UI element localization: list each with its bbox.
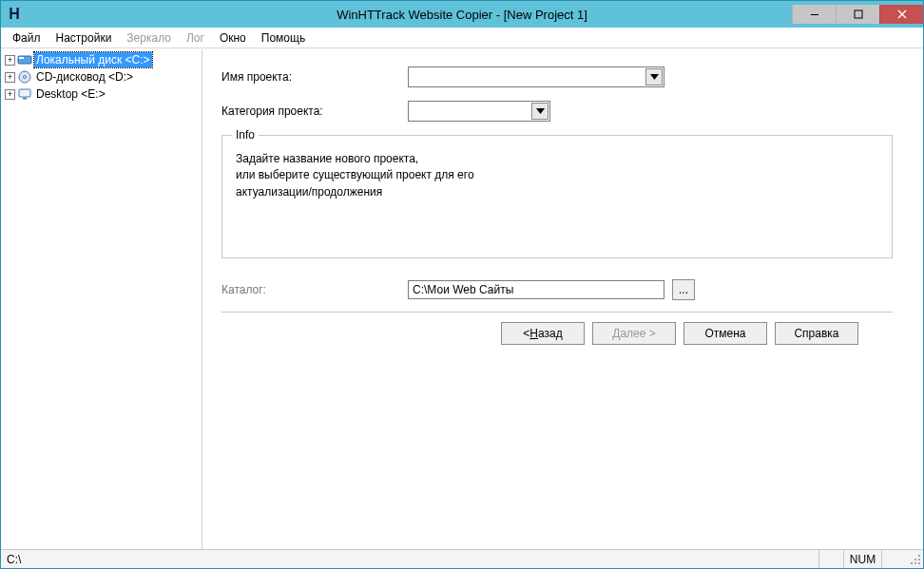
tree-label[interactable]: Локальный диск <C:> <box>34 52 152 67</box>
project-category-row: Категория проекта: <box>221 101 893 122</box>
project-name-row: Имя проекта: <box>221 66 893 87</box>
info-group: Info Задайте название нового проекта, ил… <box>221 135 893 258</box>
back-button[interactable]: < Назад <box>501 322 585 345</box>
tree-node-c[interactable]: + Локальный диск <C:> <box>5 51 198 68</box>
catalog-row: Каталог: ... <box>221 279 893 300</box>
svg-point-11 <box>918 562 920 564</box>
status-cell <box>881 550 906 568</box>
chevron-down-icon[interactable] <box>531 103 549 120</box>
expand-icon[interactable]: + <box>5 72 15 83</box>
menu-file[interactable]: Файл <box>5 29 48 47</box>
app-window: H WinHTTrack Website Copier - [New Proje… <box>0 0 924 569</box>
button-text: азад <box>538 327 563 340</box>
svg-point-10 <box>914 559 916 560</box>
button-text: < <box>523 327 529 340</box>
svg-point-12 <box>914 562 916 564</box>
app-icon: H <box>1 6 28 23</box>
help-button[interactable]: Справка <box>775 322 858 345</box>
wizard-panel: Имя проекта: Категория проекта: <box>202 49 923 549</box>
cd-icon <box>17 69 32 85</box>
project-name-label: Имя проекта: <box>221 70 408 84</box>
info-line: Задайте название нового проекта, <box>236 151 878 167</box>
status-num: NUM <box>843 550 881 568</box>
svg-point-8 <box>918 555 920 557</box>
menu-settings[interactable]: Настройки <box>48 29 120 47</box>
svg-point-5 <box>24 76 27 79</box>
menu-mirror: Зеркало <box>119 29 179 47</box>
catalog-input[interactable] <box>408 280 664 299</box>
project-name-combo[interactable] <box>408 66 664 87</box>
spacer <box>202 354 923 549</box>
tree-node-e[interactable]: + Desktop <E:> <box>5 85 198 103</box>
svg-point-13 <box>911 562 913 564</box>
form-area: Имя проекта: Категория проекта: <box>202 49 923 312</box>
cancel-button[interactable]: Отмена <box>683 322 767 345</box>
titlebar: H WinHTTrack Website Copier - [New Proje… <box>1 1 923 28</box>
status-path: C:\ <box>1 553 818 566</box>
resize-grip-icon[interactable] <box>906 552 923 567</box>
close-button[interactable] <box>879 5 923 24</box>
chevron-down-icon[interactable] <box>645 68 663 85</box>
button-accel: Н <box>529 327 538 340</box>
tree-node-d[interactable]: + CD-дисковод <D:> <box>5 68 198 85</box>
window-controls <box>792 5 923 24</box>
menu-window[interactable]: Окно <box>212 29 254 47</box>
expand-icon[interactable]: + <box>5 89 15 100</box>
client-area: + Локальный диск <C:> + CD-дисковод <D:>… <box>1 48 923 549</box>
wizard-buttons: < Назад Далее > Отмена Справка <box>202 313 923 354</box>
project-category-combo[interactable] <box>408 101 550 122</box>
drive-tree[interactable]: + Локальный диск <C:> + CD-дисковод <D:>… <box>1 49 202 549</box>
menu-log: Лог <box>179 29 212 47</box>
info-line: или выберите существующий проект для его <box>236 167 878 183</box>
button-text: алее > <box>620 327 655 340</box>
expand-icon[interactable]: + <box>5 55 15 66</box>
svg-rect-6 <box>19 89 30 97</box>
browse-button[interactable]: ... <box>672 279 695 300</box>
disk-icon <box>17 52 32 67</box>
project-category-label: Категория проекта: <box>221 104 408 118</box>
svg-point-9 <box>918 559 920 560</box>
svg-rect-7 <box>23 98 27 100</box>
info-line: актуализации/продолжения <box>236 184 878 200</box>
menubar: Файл Настройки Зеркало Лог Окно Помощь <box>1 28 923 48</box>
monitor-icon <box>17 86 32 102</box>
window-title: WinHTTrack Website Copier - [New Project… <box>1 8 923 22</box>
button-accel: Д <box>612 327 620 340</box>
menu-help[interactable]: Помощь <box>254 29 313 47</box>
info-legend: Info <box>232 128 259 142</box>
catalog-label: Каталог: <box>221 283 408 296</box>
status-cell <box>818 550 843 568</box>
tree-label[interactable]: Desktop <E:> <box>34 86 107 102</box>
tree-label[interactable]: CD-дисковод <D:> <box>34 69 135 85</box>
svg-rect-0 <box>811 14 818 15</box>
maximize-button[interactable] <box>836 5 879 24</box>
svg-rect-1 <box>855 10 862 18</box>
next-button[interactable]: Далее > <box>592 322 676 345</box>
minimize-button[interactable] <box>792 5 836 24</box>
statusbar: C:\ NUM <box>1 549 923 568</box>
info-text: Задайте название нового проекта, или выб… <box>236 151 878 200</box>
svg-rect-3 <box>19 57 24 59</box>
